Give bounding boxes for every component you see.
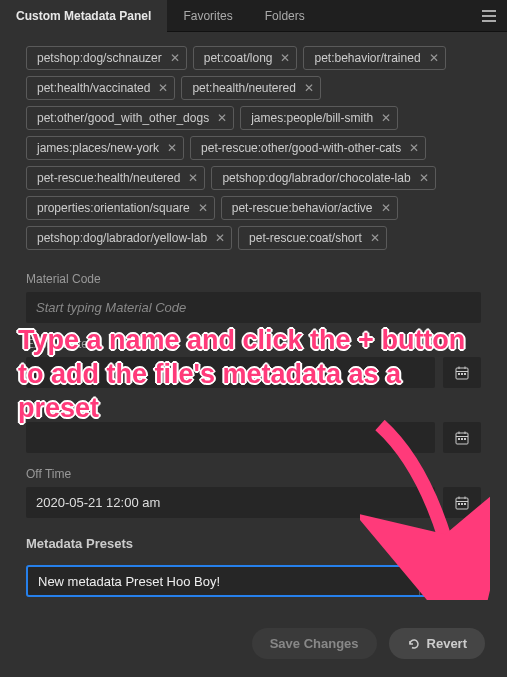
tag-remove-button[interactable]: ✕: [170, 52, 180, 64]
svg-rect-19: [461, 503, 463, 505]
plus-icon: [464, 575, 476, 587]
revert-label: Revert: [427, 636, 467, 651]
tag-label: pet:behavior/trained: [314, 51, 420, 65]
tag-remove-button[interactable]: ✕: [198, 202, 208, 214]
on-time-label: On Time: [26, 402, 481, 416]
tag-remove-button[interactable]: ✕: [217, 112, 227, 124]
tags-area: petshop:dog/schnauzer✕pet:coat/long✕pet:…: [26, 46, 481, 250]
tag: properties:orientation/square✕: [26, 196, 215, 220]
tag: james:places/new-york✕: [26, 136, 184, 160]
svg-rect-6: [464, 373, 466, 375]
revert-button[interactable]: Revert: [389, 628, 485, 659]
preset-combobox[interactable]: [26, 565, 451, 597]
tag: pet-rescue:behavior/active✕: [221, 196, 398, 220]
tag-label: pet-rescue:health/neutered: [37, 171, 180, 185]
add-preset-button[interactable]: [459, 570, 481, 592]
tag: james:people/bill-smith✕: [240, 106, 398, 130]
tab-favorites[interactable]: Favorites: [167, 0, 248, 32]
tag-remove-button[interactable]: ✕: [381, 112, 391, 124]
tag-label: james:places/new-york: [37, 141, 159, 155]
calendar-icon: [454, 495, 470, 511]
tag-remove-button[interactable]: ✕: [158, 82, 168, 94]
material-code-label: Material Code: [26, 272, 481, 286]
off-time-input[interactable]: [26, 487, 435, 518]
tag-remove-button[interactable]: ✕: [409, 142, 419, 154]
tag: pet:health/neutered✕: [181, 76, 320, 100]
menu-icon[interactable]: [479, 2, 507, 30]
tag: pet:other/good_with_other_dogs✕: [26, 106, 234, 130]
chevron-down-icon: [430, 578, 440, 584]
svg-rect-20: [464, 503, 466, 505]
tag-remove-button[interactable]: ✕: [419, 172, 429, 184]
tag: petshop:dog/labrador/yellow-lab✕: [26, 226, 232, 250]
metadata-presets-heading: Metadata Presets: [26, 536, 481, 551]
off-time-calendar-button[interactable]: [443, 487, 481, 518]
tag: pet-rescue:health/neutered✕: [26, 166, 205, 190]
tag-label: petshop:dog/labrador/chocolate-lab: [222, 171, 410, 185]
tag-remove-button[interactable]: ✕: [370, 232, 380, 244]
tab-custom-metadata[interactable]: Custom Metadata Panel: [0, 0, 167, 32]
tag-label: petshop:dog/schnauzer: [37, 51, 162, 65]
tag-remove-button[interactable]: ✕: [215, 232, 225, 244]
tag-label: pet-rescue:behavior/active: [232, 201, 373, 215]
save-button[interactable]: Save Changes: [252, 628, 377, 659]
material-code-input[interactable]: [26, 292, 481, 323]
tag-remove-button[interactable]: ✕: [304, 82, 314, 94]
tag: pet-rescue:coat/short✕: [238, 226, 387, 250]
svg-rect-11: [458, 438, 460, 440]
tag-label: pet-rescue:coat/short: [249, 231, 362, 245]
calendar-icon: [454, 430, 470, 446]
expiry-date-input[interactable]: [26, 357, 435, 388]
preset-name-input[interactable]: [28, 567, 419, 595]
tag-remove-button[interactable]: ✕: [381, 202, 391, 214]
tag: petshop:dog/labrador/chocolate-lab✕: [211, 166, 435, 190]
tag: pet:coat/long✕: [193, 46, 298, 70]
svg-rect-12: [461, 438, 463, 440]
tag: pet:health/vaccinated✕: [26, 76, 175, 100]
tag-label: pet:health/vaccinated: [37, 81, 150, 95]
tag-label: pet:coat/long: [204, 51, 273, 65]
tag-remove-button[interactable]: ✕: [167, 142, 177, 154]
revert-icon: [407, 637, 421, 651]
svg-rect-18: [458, 503, 460, 505]
tag-label: pet:health/neutered: [192, 81, 295, 95]
panel-content: petshop:dog/schnauzer✕pet:coat/long✕pet:…: [0, 32, 507, 612]
expiry-date-calendar-button[interactable]: [443, 357, 481, 388]
expiry-date-label: Expiry Date: [26, 337, 481, 351]
tag-remove-button[interactable]: ✕: [188, 172, 198, 184]
svg-rect-4: [458, 373, 460, 375]
on-time-calendar-button[interactable]: [443, 422, 481, 453]
svg-rect-13: [464, 438, 466, 440]
tag: pet:behavior/trained✕: [303, 46, 445, 70]
on-time-input[interactable]: [26, 422, 435, 453]
tag: pet-rescue:other/good-with-other-cats✕: [190, 136, 426, 160]
tag-label: petshop:dog/labrador/yellow-lab: [37, 231, 207, 245]
tag-remove-button[interactable]: ✕: [429, 52, 439, 64]
footer-actions: Save Changes Revert: [0, 612, 507, 677]
tag-label: properties:orientation/square: [37, 201, 190, 215]
metadata-panel: Custom Metadata Panel Favorites Folders …: [0, 0, 507, 677]
tab-bar: Custom Metadata Panel Favorites Folders: [0, 0, 507, 32]
tag-label: james:people/bill-smith: [251, 111, 373, 125]
calendar-icon: [454, 365, 470, 381]
tag-label: pet-rescue:other/good-with-other-cats: [201, 141, 401, 155]
preset-dropdown-button[interactable]: [419, 567, 449, 595]
svg-rect-5: [461, 373, 463, 375]
tag-remove-button[interactable]: ✕: [280, 52, 290, 64]
tab-folders[interactable]: Folders: [249, 0, 321, 32]
tag: petshop:dog/schnauzer✕: [26, 46, 187, 70]
off-time-label: Off Time: [26, 467, 481, 481]
tag-label: pet:other/good_with_other_dogs: [37, 111, 209, 125]
